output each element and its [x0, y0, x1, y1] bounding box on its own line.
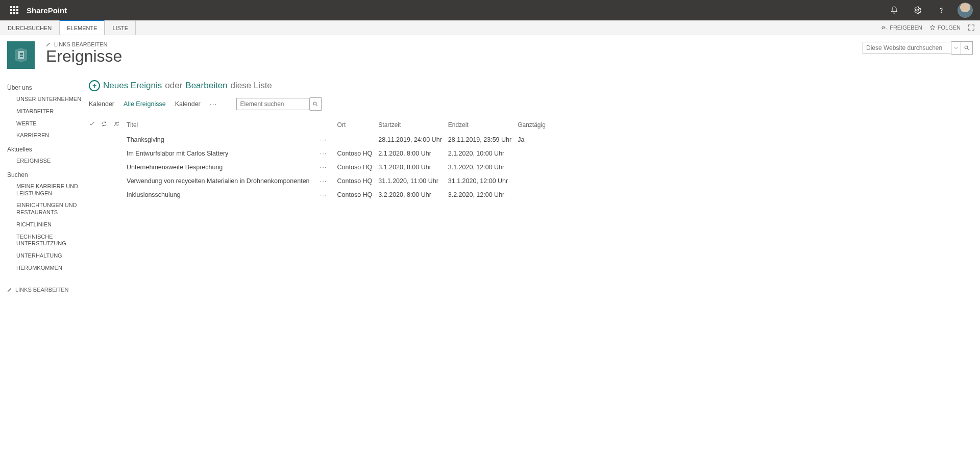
- col-share-icon[interactable]: [113, 118, 127, 133]
- site-search-input[interactable]: [863, 42, 951, 54]
- row-menu-button[interactable]: ···: [316, 136, 331, 143]
- cell-end: 3.2.2020, 12:00 Uhr: [448, 188, 518, 201]
- cell-end: 31.1.2020, 12:00 Uhr: [448, 174, 518, 188]
- page-title: Ereignisse: [46, 47, 863, 65]
- ribbon-tab-elemente[interactable]: ELEMENTE: [59, 20, 105, 35]
- view-tab[interactable]: Alle Ereignisse: [124, 100, 166, 108]
- cell-start: 31.1.2020, 11:00 Uhr: [378, 174, 448, 188]
- new-event-link[interactable]: Neues Ereignis: [103, 81, 162, 91]
- cell-start: 28.11.2019, 24:00 Uhr: [378, 133, 448, 146]
- nav-item[interactable]: EINRICHTUNGEN UND RESTAURANTS: [16, 199, 89, 219]
- nav-item[interactable]: HERUMKOMMEN: [16, 262, 89, 274]
- col-location[interactable]: Ort: [337, 118, 379, 133]
- row-menu-button[interactable]: ···: [316, 177, 331, 185]
- cell-allday: [518, 188, 552, 201]
- cell-title[interactable]: Verwendung von recycelten Materialien in…: [127, 174, 316, 188]
- item-search-input[interactable]: [236, 98, 310, 110]
- edit-links-bottom-button[interactable]: LINKS BEARBEITEN: [7, 287, 89, 293]
- app-launcher-button[interactable]: [4, 0, 24, 20]
- cell-location: Contoso HQ: [337, 174, 379, 188]
- row-menu-button[interactable]: ···: [316, 149, 331, 157]
- site-search-scope-dropdown[interactable]: [951, 41, 961, 55]
- table-row[interactable]: Inklusionsschulung···Contoso HQ3.2.2020,…: [89, 188, 552, 201]
- table-row[interactable]: Unternehmensweite Besprechung···Contoso …: [89, 160, 552, 174]
- cell-location: Contoso HQ: [337, 188, 379, 201]
- brand-label[interactable]: SharePoint: [27, 6, 67, 15]
- view-tab[interactable]: Kalender: [89, 100, 114, 108]
- cell-allday: Ja: [518, 133, 552, 146]
- nav-item[interactable]: UNSER UNTERNEHMEN: [16, 93, 89, 106]
- cell-location: Contoso HQ: [337, 146, 379, 160]
- follow-label: FOLGEN: [938, 24, 961, 31]
- site-search-button[interactable]: [961, 41, 973, 55]
- nav-item[interactable]: RICHTLINIEN: [16, 219, 89, 231]
- svg-rect-2: [16, 6, 18, 8]
- help-button[interactable]: [931, 0, 951, 20]
- nav-group[interactable]: Aktuelles: [7, 146, 89, 153]
- cell-start: 3.2.2020, 8:00 Uhr: [378, 188, 448, 201]
- col-title[interactable]: Titel: [127, 118, 316, 133]
- command-row: + Neues Ereignis oder Bearbeiten diese L…: [89, 80, 973, 91]
- share-button[interactable]: FREIGEBEN: [881, 24, 922, 31]
- view-tab[interactable]: Kalender: [175, 100, 201, 108]
- edit-links-top-button[interactable]: LINKS BEARBEITEN: [46, 41, 863, 47]
- col-end[interactable]: Endzeit: [448, 118, 518, 133]
- cell-allday: [518, 160, 552, 174]
- follow-button[interactable]: FOLGEN: [929, 24, 961, 31]
- col-sync-icon[interactable]: [101, 118, 113, 133]
- cell-location: [337, 133, 379, 146]
- cell-allday: [518, 174, 552, 188]
- edit-links-bottom-label: LINKS BEARBEITEN: [15, 287, 69, 293]
- nav-item[interactable]: EREIGNISSE: [16, 155, 89, 167]
- settings-button[interactable]: [908, 0, 928, 20]
- edit-list-link[interactable]: Bearbeiten: [185, 81, 227, 91]
- focus-button[interactable]: [968, 24, 975, 31]
- table-row[interactable]: Thanksgiving···28.11.2019, 24:00 Uhr28.1…: [89, 133, 552, 146]
- views-row: KalenderAlle EreignisseKalender ···: [89, 97, 973, 111]
- table-row[interactable]: Im Entwurfslabor mit Carlos Slattery···C…: [89, 146, 552, 160]
- cell-title[interactable]: Thanksgiving: [127, 133, 316, 146]
- cell-end: 3.1.2020, 12:00 Uhr: [448, 160, 518, 174]
- svg-point-10: [941, 12, 941, 12]
- item-search-button[interactable]: [310, 97, 322, 111]
- ribbon-tab-durchsuchen[interactable]: DURCHSUCHEN: [0, 20, 59, 35]
- row-menu-button[interactable]: ···: [316, 163, 331, 171]
- col-start[interactable]: Startzeit: [378, 118, 448, 133]
- col-select-icon[interactable]: [89, 118, 101, 133]
- left-nav: Über unsUNSER UNTERNEHMENMITARBEITERWERT…: [7, 80, 89, 293]
- plus-icon: +: [89, 80, 100, 91]
- table-row[interactable]: Verwendung von recycelten Materialien in…: [89, 174, 552, 188]
- nav-group[interactable]: Suchen: [7, 171, 89, 178]
- views-more-button[interactable]: ···: [210, 100, 217, 108]
- cell-title[interactable]: Inklusionsschulung: [127, 188, 316, 201]
- nav-item[interactable]: MEINE KARRIERE UND LEISTUNGEN: [16, 181, 89, 200]
- row-menu-button[interactable]: ···: [316, 191, 331, 198]
- nav-item[interactable]: WERTE: [16, 118, 89, 130]
- svg-point-9: [917, 9, 919, 11]
- svg-point-14: [313, 102, 316, 105]
- suffix-label: diese Liste: [231, 81, 272, 91]
- svg-point-13: [965, 46, 968, 49]
- nav-item[interactable]: UNTERHALTUNG: [16, 250, 89, 262]
- ribbon-tab-liste[interactable]: LISTE: [105, 20, 136, 35]
- notifications-button[interactable]: [884, 0, 904, 20]
- svg-rect-7: [13, 12, 15, 14]
- cell-title[interactable]: Unternehmensweite Besprechung: [127, 160, 316, 174]
- site-logo[interactable]: [7, 41, 35, 69]
- nav-item[interactable]: TECHNISCHE UNTERSTÜTZUNG: [16, 231, 89, 250]
- share-label: FREIGEBEN: [890, 24, 922, 31]
- cell-location: Contoso HQ: [337, 160, 379, 174]
- nav-item[interactable]: MITARBEITER: [16, 106, 89, 118]
- cell-allday: [518, 146, 552, 160]
- svg-point-15: [115, 122, 117, 124]
- events-table: Titel Ort Startzeit Endzeit Ganztägig Th…: [89, 118, 552, 201]
- cell-title[interactable]: Im Entwurfslabor mit Carlos Slattery: [127, 146, 316, 160]
- user-avatar[interactable]: [958, 3, 973, 18]
- cell-start: 2.1.2020, 8:00 Uhr: [378, 146, 448, 160]
- svg-rect-8: [16, 12, 18, 14]
- nav-group[interactable]: Über uns: [7, 84, 89, 91]
- svg-rect-6: [10, 12, 12, 14]
- svg-rect-3: [10, 9, 12, 11]
- nav-item[interactable]: KARRIEREN: [16, 130, 89, 142]
- col-allday[interactable]: Ganztägig: [518, 118, 552, 133]
